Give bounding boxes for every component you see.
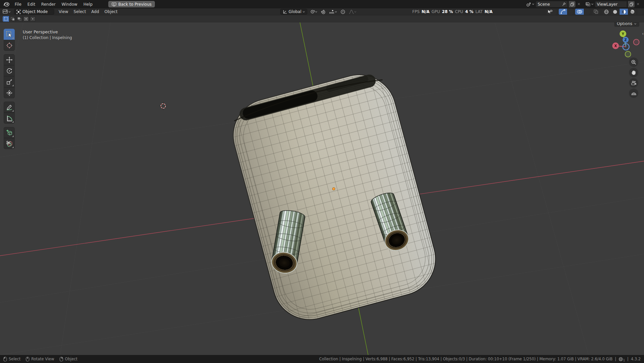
scene-type-dropdown[interactable] [526, 2, 535, 7]
proportional-falloff-dropdown[interactable] [348, 10, 357, 14]
scale-icon [6, 79, 13, 85]
chevron-down-icon [49, 11, 52, 13]
navigation-gizmo[interactable]: Y Z X [611, 27, 641, 59]
pin-icon[interactable] [562, 2, 566, 6]
select-mode-set-button[interactable] [3, 16, 9, 22]
mouse-middle-click-icon [26, 357, 29, 362]
menu-select[interactable]: Select [71, 9, 89, 15]
chevron-down-icon [634, 23, 637, 25]
tool-add-cube[interactable] [4, 127, 15, 138]
gizmo-z-label: Z [624, 38, 627, 42]
blender-logo[interactable] [2, 2, 12, 7]
menu-render[interactable]: Render [38, 1, 59, 7]
mode-dropdown[interactable]: Object Mode [14, 9, 54, 15]
menu-object[interactable]: Object [102, 9, 120, 15]
tool-rotate[interactable] [4, 65, 15, 76]
toggle-ortho-button[interactable] [629, 89, 638, 98]
gizmo-y-label: Y [621, 32, 624, 36]
show-overlays-toggle[interactable] [575, 9, 584, 15]
viewlayer-name-field[interactable]: ViewLayer [595, 1, 627, 7]
pivot-icon [310, 9, 315, 14]
scene-selector: Scene ✕ [526, 1, 581, 7]
gizmo-dropdown[interactable] [567, 9, 573, 15]
version-separator: | [627, 357, 629, 361]
viewport-display-toggles [546, 9, 643, 15]
network-status-count: 1 [623, 359, 625, 362]
add-cube-icon [6, 129, 13, 136]
viewlayer-type-dropdown[interactable] [585, 2, 594, 7]
viewlayer-copy-button[interactable] [628, 1, 635, 7]
hint-object-label: Object [65, 357, 77, 361]
shading-dropdown[interactable] [637, 9, 643, 15]
select-mode-subtract-button[interactable] [16, 16, 22, 22]
scene-statistics: Collection | Inspelning | Verts:6,988 | … [319, 357, 641, 361]
shading-material-button[interactable] [620, 9, 628, 15]
shading-rendered-button[interactable] [628, 9, 637, 15]
back-button-label: Back to Previous [118, 2, 152, 7]
menu-view[interactable]: View [56, 9, 71, 15]
viewlayer-remove-button[interactable]: ✕ [635, 2, 641, 6]
pivot-point-dropdown[interactable] [309, 9, 318, 14]
menu-edit[interactable]: Edit [24, 1, 38, 7]
gizmo-y-neg-ball[interactable] [625, 51, 631, 57]
shading-solid-button[interactable] [611, 9, 619, 15]
performance-stats: FPSN/A GPU28 % CPU4 % LATN/A [412, 9, 493, 14]
hint-select-label: Select [9, 357, 20, 361]
chevron-down-icon [639, 11, 641, 13]
blender-version: 4.3.2 [631, 357, 641, 361]
tool-cursor[interactable] [4, 40, 15, 51]
editor-type-dropdown[interactable] [1, 9, 12, 14]
tool-duplicate-cut[interactable] [4, 138, 15, 149]
proportional-editing-toggle[interactable] [340, 9, 346, 14]
scene-name-field[interactable]: Scene [536, 1, 568, 7]
menu-add[interactable]: Add [89, 9, 102, 15]
gpu-label: GPU [431, 9, 440, 14]
editor-3d-viewport-icon [3, 9, 8, 14]
snap-toggle[interactable] [320, 9, 326, 14]
select-mode-intersect-button[interactable] [29, 16, 36, 22]
select-mode-extend-button[interactable] [9, 16, 16, 22]
tool-scale[interactable] [4, 76, 15, 87]
viewlayer-icon [585, 2, 591, 7]
camera-view-button[interactable] [629, 78, 638, 88]
scene-copy-button[interactable] [569, 1, 575, 7]
transform-orientation-dropdown[interactable]: Global [280, 9, 307, 15]
select-mode-group [3, 16, 36, 22]
menu-window[interactable]: Window [59, 1, 80, 7]
cpu-label: CPU [455, 9, 463, 14]
cpu-value: 4 % [465, 9, 473, 14]
snap-target-dropdown[interactable] [328, 10, 338, 14]
tool-move[interactable] [4, 54, 15, 65]
chevron-down-icon [532, 3, 534, 5]
globe-icon [619, 357, 623, 361]
gizmo-x-label: X [614, 44, 617, 48]
tool-select-box[interactable] [4, 29, 15, 40]
transform-tools: Global [280, 9, 357, 15]
chevron-down-icon [8, 11, 11, 13]
fps-label: FPS [412, 9, 420, 14]
tool-annotate[interactable] [4, 102, 15, 113]
tool-measure[interactable] [4, 113, 15, 124]
selectability-dropdown[interactable] [546, 9, 557, 15]
network-status[interactable]: 1 [619, 357, 625, 361]
zoom-button[interactable] [629, 57, 638, 67]
menu-file[interactable]: File [12, 1, 24, 7]
show-gizmo-toggle[interactable] [559, 9, 567, 15]
scene-unlink-button[interactable]: ✕ [576, 2, 581, 6]
sidebar-collapse-arrow[interactable]: ‹ [642, 31, 644, 36]
pan-button[interactable] [629, 68, 638, 77]
back-to-previous-button[interactable]: Back to Previous [108, 1, 155, 7]
viewport-3d[interactable] [0, 22, 644, 355]
gizmo-x-neg-ball[interactable] [634, 39, 639, 45]
xray-toggle[interactable] [592, 9, 600, 15]
select-mode-invert-button[interactable] [23, 16, 29, 22]
menu-help[interactable]: Help [80, 1, 95, 7]
shading-material-icon [621, 9, 626, 14]
select-subtract-icon [17, 17, 21, 21]
tool-transform[interactable] [4, 87, 15, 98]
magnet-icon [321, 9, 326, 14]
orientation-label: Global [289, 9, 301, 14]
overlays-dropdown[interactable] [584, 9, 590, 15]
copy-icon [630, 2, 633, 6]
shading-wireframe-button[interactable] [602, 9, 611, 15]
